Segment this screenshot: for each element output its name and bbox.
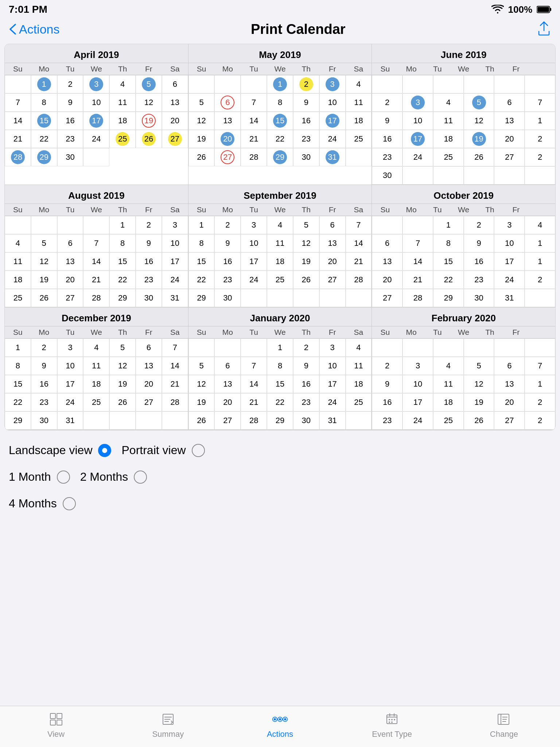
april-header: April 2019 — [5, 44, 188, 63]
august-2019: August 2019 Su Mo Tu We Th Fr Sa 1 2 3 4 — [5, 185, 188, 307]
status-right: 100% — [491, 4, 552, 15]
month-row-3: December 2019 Su Mo Tu We Th Fr Sa 1 2 3… — [5, 307, 555, 430]
tab-bar: View Summay Actions — [0, 706, 560, 747]
two-month-radio[interactable] — [134, 471, 147, 484]
event-type-icon — [384, 711, 400, 727]
tab-change-label: Change — [490, 729, 518, 739]
august-grid: 1 2 3 4 5 6 7 8 9 10 11 12 13 14 15 16 1… — [5, 216, 188, 307]
june-dows: Su Mo Tu We Th Fr — [372, 63, 555, 75]
svg-point-14 — [274, 718, 276, 720]
february-dows: Su Mo Tu We Th Fr — [372, 326, 555, 338]
august-dows: Su Mo Tu We Th Fr Sa — [5, 204, 188, 216]
svg-point-21 — [389, 719, 390, 720]
october-dows: Su Mo Tu We Th Fr — [372, 204, 555, 216]
change-icon — [496, 711, 512, 727]
svg-rect-6 — [57, 720, 62, 725]
february-grid: 2 3 4 5 6 7 9 10 11 12 13 1 16 17 18 19 … — [372, 338, 555, 430]
september-2019: September 2019 Su Mo Tu We Th Fr Sa 1 2 … — [188, 185, 372, 307]
status-time: 7:01 PM — [9, 4, 47, 15]
back-button[interactable]: Actions — [9, 22, 60, 36]
landscape-radio[interactable] — [98, 444, 111, 457]
october-header: October 2019 — [372, 185, 555, 204]
january-2020: January 2020 Su Mo Tu We Th Fr Sa 1 2 3 … — [188, 307, 372, 430]
may-dows: Su Mo Tu We Th Fr Sa — [188, 63, 372, 75]
june-header: June 2019 — [372, 44, 555, 63]
four-month-radio[interactable] — [63, 497, 76, 510]
portrait-option[interactable]: Portrait view — [121, 444, 205, 457]
view-option-row: Landscape view Portrait view — [9, 444, 551, 457]
month-count-row-2: 4 Months — [9, 497, 551, 510]
landscape-label: Landscape view — [9, 444, 92, 457]
january-header: January 2020 — [188, 307, 372, 326]
october-grid: 1 2 3 4 6 7 8 9 10 1 13 14 15 16 17 1 20… — [372, 216, 555, 307]
january-dows: Su Mo Tu We Th Fr Sa — [188, 326, 372, 338]
options-area: Landscape view Portrait view 1 Month 2 M… — [0, 430, 560, 531]
september-header: September 2019 — [188, 185, 372, 204]
april-grid: 1 2 3 4 5 6 7 8 9 10 11 12 13 14 15 16 1… — [5, 75, 188, 166]
month-row-2: August 2019 Su Mo Tu We Th Fr Sa 1 2 3 4 — [5, 185, 555, 307]
tab-view[interactable]: View — [27, 711, 85, 739]
wifi-icon — [491, 5, 504, 14]
october-2019: October 2019 Su Mo Tu We Th Fr 1 2 3 4 6… — [372, 185, 555, 307]
svg-point-16 — [284, 718, 286, 720]
svg-rect-2 — [537, 7, 549, 12]
december-2019: December 2019 Su Mo Tu We Th Fr Sa 1 2 3… — [5, 307, 188, 430]
two-month-label: 2 Months — [80, 470, 128, 484]
december-grid: 1 2 3 4 5 6 7 8 9 10 11 12 13 14 15 16 1… — [5, 338, 188, 430]
battery-pct: 100% — [508, 4, 533, 15]
status-bar: 7:01 PM 100% — [0, 0, 560, 18]
april-dows: Su Mo Tu We Th Fr Sa — [5, 63, 188, 75]
tab-view-label: View — [47, 729, 65, 739]
tab-actions-label: Actions — [267, 729, 293, 739]
page-title: Print Calendar — [251, 22, 346, 37]
may-2019: May 2019 Su Mo Tu We Th Fr Sa 1 2 3 4 5 — [188, 44, 372, 185]
tab-event-type-label: Event Type — [372, 729, 412, 739]
two-month-option[interactable]: 2 Months — [80, 470, 147, 484]
february-header: February 2020 — [372, 307, 555, 326]
month-count-row-1: 1 Month 2 Months — [9, 470, 551, 484]
june-2019: June 2019 Su Mo Tu We Th Fr 2 3 4 5 — [372, 44, 555, 185]
may-grid: 1 2 3 4 5 6 7 8 9 10 11 12 13 14 15 16 1… — [188, 75, 372, 166]
may-header: May 2019 — [188, 44, 372, 63]
portrait-radio[interactable] — [192, 444, 205, 457]
landscape-option[interactable]: Landscape view — [9, 444, 111, 457]
battery-icon — [537, 5, 551, 13]
svg-rect-5 — [50, 720, 55, 725]
summary-icon — [160, 711, 176, 727]
svg-rect-3 — [50, 713, 55, 719]
one-month-option[interactable]: 1 Month — [9, 470, 70, 484]
back-label: Actions — [19, 22, 60, 36]
february-2020: February 2020 Su Mo Tu We Th Fr 2 3 4 — [372, 307, 555, 430]
one-month-radio[interactable] — [57, 471, 70, 484]
svg-point-23 — [394, 719, 395, 720]
svg-point-15 — [279, 718, 281, 720]
december-header: December 2019 — [5, 307, 188, 326]
svg-point-24 — [389, 721, 390, 723]
nav-bar: Actions Print Calendar — [0, 18, 560, 44]
august-header: August 2019 — [5, 185, 188, 204]
actions-icon — [272, 711, 288, 727]
december-dows: Su Mo Tu We Th Fr Sa — [5, 326, 188, 338]
svg-rect-4 — [57, 713, 62, 719]
tab-summary[interactable]: Summay — [139, 711, 197, 739]
tab-change[interactable]: Change — [475, 711, 533, 739]
june-grid: 2 3 4 5 6 7 9 10 11 12 13 1 16 17 18 19 … — [372, 75, 555, 185]
tab-actions[interactable]: Actions — [251, 711, 309, 739]
svg-rect-1 — [550, 8, 551, 11]
month-row-1: April 2019 Su Mo Tu We Th Fr Sa 1 2 3 4 … — [5, 44, 555, 185]
share-button[interactable] — [537, 20, 551, 38]
portrait-label: Portrait view — [121, 444, 186, 457]
svg-point-25 — [391, 721, 393, 723]
four-month-option[interactable]: 4 Months — [9, 497, 76, 510]
september-grid: 1 2 3 4 5 6 7 8 9 10 11 12 13 14 15 16 1… — [188, 216, 372, 307]
one-month-label: 1 Month — [9, 470, 51, 484]
four-month-label: 4 Months — [9, 497, 57, 510]
grid-icon — [48, 711, 64, 727]
tab-summary-label: Summay — [152, 729, 184, 739]
september-dows: Su Mo Tu We Th Fr Sa — [188, 204, 372, 216]
tab-event-type[interactable]: Event Type — [363, 711, 421, 739]
svg-point-22 — [391, 719, 393, 720]
january-grid: 1 2 3 4 5 6 7 8 9 10 11 12 13 14 15 16 1… — [188, 338, 372, 430]
calendar-container: April 2019 Su Mo Tu We Th Fr Sa 1 2 3 4 … — [4, 44, 556, 430]
april-2019: April 2019 Su Mo Tu We Th Fr Sa 1 2 3 4 … — [5, 44, 188, 185]
